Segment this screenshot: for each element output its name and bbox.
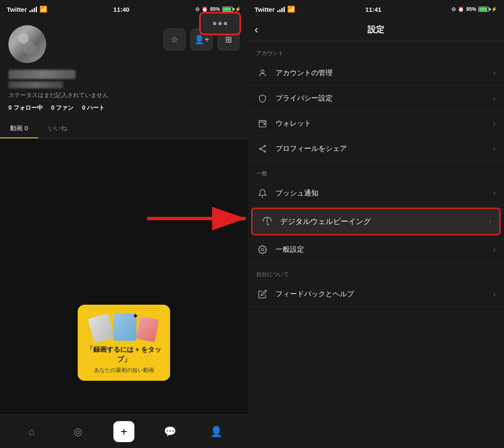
- shield-icon: [256, 94, 269, 103]
- chevron-icon-4: ›: [493, 144, 496, 153]
- status-bar-right-info: Twitter 📶: [255, 5, 295, 13]
- general-settings-label: 一般設定: [276, 245, 493, 254]
- back-button[interactable]: ‹: [255, 23, 258, 36]
- profile-name-area: [8, 70, 239, 88]
- fan-label: ファン: [56, 104, 74, 111]
- favorite-button[interactable]: ☆: [164, 29, 186, 50]
- heart-stat: 0 ハート: [82, 104, 105, 112]
- signal-bars-right: [277, 6, 285, 12]
- dot-3: [224, 22, 227, 25]
- three-dots-button[interactable]: [199, 12, 241, 35]
- account-manage-label: アカウントの管理: [276, 68, 493, 78]
- signal-bars-left: [29, 6, 37, 12]
- settings-item-share-profile[interactable]: プロフィールをシェア ›: [248, 136, 504, 161]
- left-app-name: Twitter: [7, 6, 27, 13]
- bottom-nav: ⌂ ◎ + 💬 👤: [0, 414, 248, 448]
- time-right: 11:41: [365, 6, 381, 13]
- heart-count: 0: [82, 104, 85, 111]
- camera-icon-left: ⊙: [195, 6, 200, 12]
- red-arrow: [139, 206, 248, 231]
- signal-bar-r3: [281, 8, 283, 12]
- notifications-label: プッシュ通知: [276, 188, 493, 198]
- nav-add[interactable]: +: [113, 421, 134, 442]
- signal-bar-3: [34, 8, 35, 12]
- nav-profile[interactable]: 👤: [206, 421, 227, 442]
- wifi-icon-right: 📶: [287, 5, 295, 13]
- profile-name-blurred: [8, 70, 76, 79]
- content-area: ✦ 「録画するには + をタップ」 あなたの最初の短い動画: [0, 139, 248, 414]
- settings-header: ‹ 設定: [248, 18, 504, 41]
- share-icon: [256, 144, 269, 153]
- profile-status: ステータスはまだ記入されていません: [8, 92, 239, 99]
- nav-messages[interactable]: 💬: [160, 421, 181, 442]
- settings-item-digital-wellbeing[interactable]: デジタルウェルビーイング ›: [251, 208, 501, 235]
- charging-icon-left: ⚡: [235, 6, 241, 12]
- star-decoration: ✦: [132, 311, 139, 321]
- signal-bar-1: [29, 11, 31, 12]
- alarm-icon-left: ⏰: [202, 6, 208, 12]
- time-left: 11:40: [113, 6, 129, 13]
- alarm-icon-right: ⏰: [458, 6, 464, 12]
- digital-wellbeing-label: デジタルウェルビーイング: [280, 216, 488, 227]
- section-label-about: 自分について: [248, 262, 504, 282]
- chevron-icon-7: ›: [493, 245, 496, 254]
- charging-icon-right: ⚡: [491, 6, 497, 12]
- svg-point-5: [260, 148, 261, 150]
- battery-percent-left: 95%: [210, 6, 220, 12]
- tab-likes[interactable]: いいね: [38, 119, 77, 138]
- profile-handle-blurred: [8, 82, 63, 88]
- feedback-label: フィードバックとヘルプ: [276, 289, 493, 299]
- chevron-icon-2: ›: [493, 94, 496, 103]
- tutorial-card: ✦ 「録画するには + をタップ」 あなたの最初の短い動画: [78, 305, 170, 381]
- tabs-row: 動画 0 いいね: [0, 119, 248, 139]
- signal-bar-4: [36, 7, 37, 12]
- settings-item-wallet[interactable]: ウォレット ›: [248, 111, 504, 136]
- right-panel: Twitter 📶 11:41 ⊙ ⏰ 95% ⚡ ‹ 設定 アカウント: [248, 0, 504, 448]
- three-dots-container: [199, 12, 241, 35]
- bell-icon: [256, 189, 269, 198]
- settings-item-general-settings[interactable]: 一般設定 ›: [248, 237, 504, 262]
- edit-icon: [256, 290, 269, 299]
- right-app-name: Twitter: [255, 6, 275, 13]
- signal-bar-r4: [284, 7, 285, 12]
- tutorial-sub-text: あなたの最初の短い動画: [84, 366, 163, 374]
- profile-stats: 0 フォロー中 0 ファン 0 ハート: [8, 104, 239, 112]
- left-panel: Twitter 📶 11:40 ⊙ ⏰ 95% ⚡: [0, 0, 248, 448]
- right-items-right: ⊙ ⏰ 95% ⚡: [452, 6, 497, 12]
- status-bar-right: Twitter 📶 11:41 ⊙ ⏰ 95% ⚡: [248, 0, 504, 18]
- tutorial-images: ✦: [84, 311, 163, 341]
- camera-icon-right: ⊙: [452, 6, 456, 12]
- nav-home[interactable]: ⌂: [21, 421, 42, 442]
- svg-line-7: [261, 146, 264, 148]
- avatar: [8, 25, 46, 63]
- fan-count: 0: [51, 104, 55, 111]
- tab-video[interactable]: 動画 0: [0, 119, 38, 138]
- follow-label: フォロー中: [13, 104, 43, 111]
- gear-icon: [256, 245, 269, 254]
- settings-list: アカウント アカウントの管理 › プライバシー設定 ›: [248, 41, 504, 448]
- settings-item-notifications[interactable]: プッシュ通知 ›: [248, 181, 504, 206]
- heart-label: ハート: [87, 104, 105, 111]
- signal-bar-r1: [277, 11, 278, 12]
- nav-discover[interactable]: ◎: [67, 421, 88, 442]
- settings-item-feedback[interactable]: フィードバックとヘルプ ›: [248, 282, 504, 307]
- wifi-icon-left: 📶: [39, 5, 47, 13]
- tutorial-main-text: 「録画するには + をタップ」: [84, 345, 163, 364]
- section-label-account: アカウント: [248, 41, 504, 61]
- chevron-icon-3: ›: [493, 119, 496, 128]
- battery-fill-left: [223, 8, 231, 11]
- svg-point-4: [264, 145, 266, 147]
- wallet-icon: [256, 119, 269, 128]
- wallet-label: ウォレット: [276, 119, 493, 128]
- card-image-2: ✦: [113, 314, 136, 341]
- battery-fill-right: [479, 8, 487, 11]
- settings-title: 設定: [368, 24, 384, 35]
- chevron-icon-1: ›: [493, 69, 496, 77]
- settings-item-privacy[interactable]: プライバシー設定 ›: [248, 86, 504, 111]
- settings-item-account-manage[interactable]: アカウントの管理 ›: [248, 61, 504, 86]
- share-profile-label: プロフィールをシェア: [276, 144, 493, 153]
- battery-icon-left: [222, 7, 233, 12]
- person-icon: [256, 69, 269, 78]
- section-label-general: 一般: [248, 161, 504, 181]
- status-bar-left-info: Twitter 📶: [7, 5, 47, 13]
